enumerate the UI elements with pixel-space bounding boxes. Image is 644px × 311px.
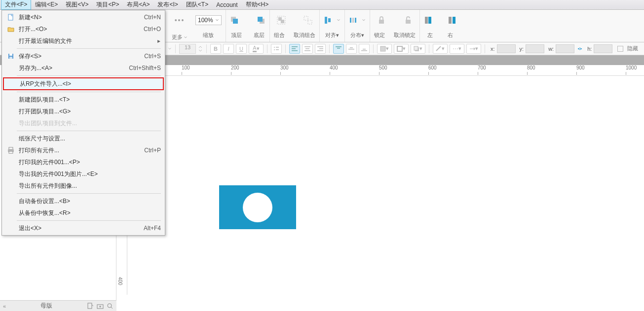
toolbar-lock-group: 锁定取消锁定 <box>370 10 420 42</box>
svg-rect-19 <box>453 17 455 24</box>
menubar-item[interactable]: 帮助<H> <box>242 0 273 10</box>
fill-color-button[interactable]: ▾ <box>377 44 392 54</box>
add-page-icon[interactable] <box>87 303 94 310</box>
shadow-button[interactable]: ▾ <box>411 44 425 54</box>
zoom-dropdown[interactable]: 100% <box>195 15 222 25</box>
align-icon[interactable] <box>324 16 333 25</box>
file-menu-item[interactable]: 保存<S>Ctrl+S <box>3 50 164 62</box>
w-input[interactable] <box>556 44 574 53</box>
circle-shape[interactable] <box>243 193 272 222</box>
svg-rect-23 <box>276 49 279 50</box>
menu-item-label: 退出<X> <box>19 224 144 233</box>
svg-rect-39 <box>380 46 385 51</box>
line-style-button[interactable]: ▾ <box>450 44 464 54</box>
valign-bot-button[interactable] <box>359 44 370 54</box>
toolbar-more-button[interactable]: 更多 <box>172 34 188 41</box>
menubar-item[interactable]: 文件<F> <box>1 0 31 10</box>
file-menu-item[interactable]: 打开最近编辑的文件▸ <box>3 35 164 47</box>
align-right-text-button[interactable] <box>315 44 326 54</box>
file-menu-item[interactable]: 打印我的元件001...<P> <box>3 156 164 168</box>
add-folder-icon[interactable] <box>97 303 104 310</box>
file-menu-item[interactable]: 自动备份设置...<B> <box>3 195 164 207</box>
x-input[interactable] <box>497 44 516 53</box>
save-icon <box>6 53 16 60</box>
menu-item-label: 导出我的元件001为图片...<E> <box>19 170 161 178</box>
underline-button[interactable]: U <box>236 44 247 54</box>
file-menu-item[interactable]: 打开团队项目...<G> <box>3 105 164 117</box>
align-left-text-button[interactable] <box>289 44 300 54</box>
svg-rect-11 <box>350 18 351 23</box>
valign-top-button[interactable] <box>333 44 344 54</box>
align-left-icon[interactable] <box>424 16 433 25</box>
lock-icon[interactable] <box>377 16 386 25</box>
rectangle-shape[interactable] <box>219 185 296 229</box>
collapse-icon[interactable]: « <box>3 303 6 309</box>
svg-rect-10 <box>328 18 331 22</box>
svg-rect-9 <box>325 17 327 24</box>
svg-rect-52 <box>9 57 12 59</box>
svg-rect-32 <box>317 50 323 51</box>
file-menu-dropdown: 新建<N>Ctrl+N打开...<O>Ctrl+O打开最近编辑的文件▸保存<S>… <box>1 10 165 236</box>
submenu-arrow-icon: ▸ <box>157 37 161 44</box>
file-menu-item[interactable]: 新建团队项目...<T> <box>3 94 164 105</box>
search-icon[interactable] <box>107 303 114 310</box>
file-menu-item[interactable]: 打印所有元件...Ctrl+P <box>3 144 164 156</box>
bring-front-icon[interactable] <box>230 16 239 25</box>
svg-rect-38 <box>361 50 367 51</box>
file-menu-item[interactable]: 新建<N>Ctrl+N <box>3 11 164 23</box>
file-menu-item[interactable]: 导出我的元件001为图片...<E> <box>3 168 164 180</box>
menubar-item[interactable]: 布局<A> <box>123 0 153 10</box>
bullets-button[interactable] <box>271 44 282 54</box>
send-back-icon[interactable] <box>257 16 265 25</box>
y-input[interactable] <box>526 44 544 53</box>
svg-rect-18 <box>449 17 452 24</box>
ratio-lock-icon[interactable] <box>576 45 583 52</box>
svg-rect-53 <box>9 147 13 149</box>
bold-button[interactable]: B <box>210 44 221 54</box>
menu-shortcut: Ctrl+O <box>144 26 161 33</box>
menubar-item[interactable]: 视图<V> <box>62 0 92 10</box>
file-menu-item[interactable]: 退出<X>Alt+F4 <box>3 222 164 234</box>
font-color-button[interactable]: A▾ <box>249 44 264 54</box>
h-input[interactable] <box>594 44 612 53</box>
menu-item-label: 自动备份设置...<B> <box>19 197 161 206</box>
file-menu-item[interactable]: 从备份中恢复...<R> <box>3 207 164 219</box>
file-menu-item[interactable]: 从RP文件导入...<I> <box>3 77 164 90</box>
panel-title[interactable]: 母版 <box>9 302 84 310</box>
italic-button[interactable]: I <box>223 44 234 54</box>
toolbar-more-group: ••• 更多 <box>168 10 191 42</box>
menubar-item[interactable]: 发布<I> <box>153 0 182 10</box>
chevron-down-icon[interactable] <box>168 47 172 51</box>
toolbar-leftright-group: 左右 <box>420 10 460 42</box>
svg-rect-28 <box>305 48 309 49</box>
font-size-input[interactable]: 13 <box>179 44 196 54</box>
ungroup-icon[interactable] <box>303 16 312 25</box>
ruler-tick: 600 <box>428 65 437 70</box>
menu-shortcut: Ctrl+Shift+S <box>129 65 161 71</box>
svg-rect-49 <box>8 14 13 20</box>
border-color-button[interactable]: ▾ <box>394 44 409 54</box>
valign-mid-button[interactable] <box>346 44 357 54</box>
file-menu-item[interactable]: 另存为...<A>Ctrl+Shift+S <box>3 62 164 74</box>
align-right-icon[interactable] <box>448 16 456 25</box>
svg-rect-29 <box>304 50 310 51</box>
distribute-icon[interactable] <box>349 16 358 25</box>
align-center-text-button[interactable] <box>302 44 313 54</box>
canvas[interactable] <box>127 76 644 311</box>
unlock-icon[interactable] <box>404 16 413 25</box>
hidden-checkbox[interactable] <box>617 46 623 52</box>
menubar-item[interactable]: 团队<T> <box>182 0 212 10</box>
menubar-item[interactable]: 项目<P> <box>92 0 123 10</box>
file-menu-item[interactable]: 导出所有元件到图像... <box>3 180 164 192</box>
group-icon[interactable] <box>277 16 286 25</box>
menubar-item[interactable]: Account <box>212 0 241 9</box>
spinner-icon[interactable] <box>198 45 203 53</box>
arrow-style-button[interactable]: ▾ <box>466 44 481 54</box>
menubar-item[interactable]: 编辑<E> <box>31 0 62 10</box>
hidden-label: 隐藏 <box>627 45 638 52</box>
file-menu-item[interactable]: 纸张尺寸与设置... <box>3 133 164 144</box>
svg-rect-8 <box>308 20 312 24</box>
svg-rect-33 <box>336 46 341 47</box>
file-menu-item[interactable]: 打开...<O>Ctrl+O <box>3 23 164 35</box>
line-width-button[interactable]: ▾ <box>433 44 448 54</box>
